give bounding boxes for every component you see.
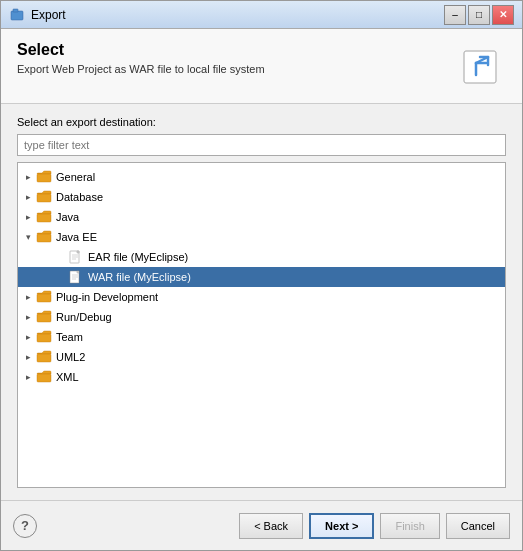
export-icon	[454, 41, 506, 93]
folder-icon	[36, 330, 52, 344]
dialog-title: Select	[17, 41, 265, 59]
tree-item-war-file[interactable]: WAR file (MyEclipse)	[18, 267, 505, 287]
svg-rect-1	[13, 9, 18, 12]
expand-arrow-war-file[interactable]	[54, 271, 66, 283]
expand-arrow-database[interactable]: ▸	[22, 191, 34, 203]
content-section: Select an export destination: ▸ General▸…	[1, 104, 522, 500]
minimize-button[interactable]: –	[444, 5, 466, 25]
header-section: Select Export Web Project as WAR file to…	[1, 29, 522, 104]
tree-item-plugin-dev[interactable]: ▸ Plug-in Development	[18, 287, 505, 307]
folder-icon	[36, 230, 52, 244]
svg-rect-9	[37, 214, 51, 222]
back-button[interactable]: < Back	[239, 513, 303, 539]
expand-arrow-plugin-dev[interactable]: ▸	[22, 291, 34, 303]
next-button[interactable]: Next >	[309, 513, 374, 539]
titlebar-icon	[9, 7, 25, 23]
filter-input[interactable]	[17, 134, 506, 156]
expand-arrow-general[interactable]: ▸	[22, 171, 34, 183]
tree-item-run-debug[interactable]: ▸ Run/Debug	[18, 307, 505, 327]
titlebar-buttons: – □ ✕	[444, 5, 514, 25]
tree-item-label-xml: XML	[56, 371, 79, 383]
folder-icon	[36, 350, 52, 364]
footer-buttons: < Back Next > Finish Cancel	[239, 513, 510, 539]
svg-rect-10	[37, 234, 51, 242]
svg-rect-7	[37, 174, 51, 182]
dialog-subtitle: Export Web Project as WAR file to local …	[17, 63, 265, 75]
titlebar-title: Export	[31, 8, 444, 22]
expand-arrow-team[interactable]: ▸	[22, 331, 34, 343]
tree-item-java-ee[interactable]: ▾ Java EE	[18, 227, 505, 247]
expand-arrow-java[interactable]: ▸	[22, 211, 34, 223]
tree-item-team[interactable]: ▸ Team	[18, 327, 505, 347]
svg-rect-8	[37, 194, 51, 202]
file-icon	[68, 270, 84, 284]
folder-icon	[36, 290, 52, 304]
footer: ? < Back Next > Finish Cancel	[1, 500, 522, 550]
expand-arrow-run-debug[interactable]: ▸	[22, 311, 34, 323]
folder-icon	[36, 210, 52, 224]
tree-container[interactable]: ▸ General▸ Database▸ Java▾ Java EE EAR f…	[17, 162, 506, 488]
folder-icon	[36, 170, 52, 184]
tree-item-java[interactable]: ▸ Java	[18, 207, 505, 227]
tree-item-database[interactable]: ▸ Database	[18, 187, 505, 207]
folder-icon	[36, 310, 52, 324]
file-icon	[68, 250, 84, 264]
tree-item-label-database: Database	[56, 191, 103, 203]
tree-item-label-team: Team	[56, 331, 83, 343]
tree-item-label-ear-file: EAR file (MyEclipse)	[88, 251, 188, 263]
export-dialog: Export – □ ✕ Select Export Web Project a…	[0, 0, 523, 551]
close-button[interactable]: ✕	[492, 5, 514, 25]
header-text: Select Export Web Project as WAR file to…	[17, 41, 265, 75]
svg-rect-23	[37, 374, 51, 382]
svg-rect-0	[11, 11, 23, 20]
svg-rect-19	[37, 294, 51, 302]
help-button[interactable]: ?	[13, 514, 37, 538]
titlebar: Export – □ ✕	[1, 1, 522, 29]
tree-item-label-plugin-dev: Plug-in Development	[56, 291, 158, 303]
tree-item-label-war-file: WAR file (MyEclipse)	[88, 271, 191, 283]
tree-item-xml[interactable]: ▸ XML	[18, 367, 505, 387]
destination-label: Select an export destination:	[17, 116, 506, 128]
folder-icon	[36, 190, 52, 204]
expand-arrow-xml[interactable]: ▸	[22, 371, 34, 383]
tree-item-label-uml2: UML2	[56, 351, 85, 363]
expand-arrow-java-ee[interactable]: ▾	[22, 231, 34, 243]
tree-item-label-java-ee: Java EE	[56, 231, 97, 243]
finish-button[interactable]: Finish	[380, 513, 439, 539]
svg-rect-20	[37, 314, 51, 322]
svg-rect-21	[37, 334, 51, 342]
tree-item-ear-file[interactable]: EAR file (MyEclipse)	[18, 247, 505, 267]
expand-arrow-uml2[interactable]: ▸	[22, 351, 34, 363]
svg-rect-22	[37, 354, 51, 362]
maximize-button[interactable]: □	[468, 5, 490, 25]
cancel-button[interactable]: Cancel	[446, 513, 510, 539]
tree-item-general[interactable]: ▸ General	[18, 167, 505, 187]
tree-item-label-general: General	[56, 171, 95, 183]
expand-arrow-ear-file[interactable]	[54, 251, 66, 263]
tree-item-uml2[interactable]: ▸ UML2	[18, 347, 505, 367]
tree-item-label-java: Java	[56, 211, 79, 223]
tree-item-label-run-debug: Run/Debug	[56, 311, 112, 323]
folder-icon	[36, 370, 52, 384]
